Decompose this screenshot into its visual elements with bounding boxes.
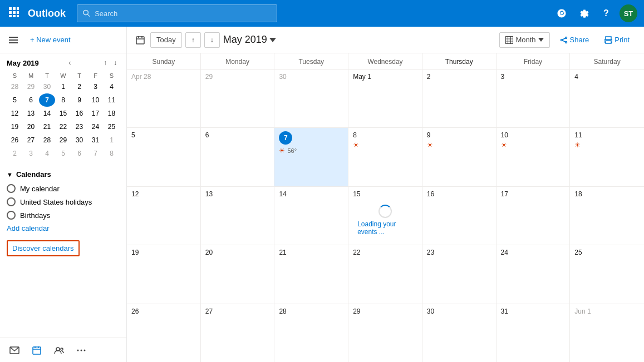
- calendar-cell[interactable]: 28: [274, 304, 348, 362]
- mini-cal-day[interactable]: 23: [71, 120, 87, 133]
- calendar-cell[interactable]: 11☀: [570, 128, 644, 186]
- calendar-cell[interactable]: 8☀: [348, 128, 422, 186]
- calendar-cell[interactable]: 21: [274, 245, 348, 303]
- mini-cal-day[interactable]: 30: [71, 133, 87, 147]
- mini-cal-day[interactable]: 20: [23, 120, 39, 133]
- mini-cal-day[interactable]: 7: [39, 93, 55, 107]
- mini-cal-day[interactable]: 28: [39, 133, 55, 147]
- calendar-cell[interactable]: 9☀: [422, 128, 496, 186]
- mini-cal-day[interactable]: 3: [23, 147, 39, 160]
- calendar-cell[interactable]: Apr 28: [127, 70, 201, 127]
- calendar-cell[interactable]: 15Loading your events ...: [348, 187, 422, 245]
- mini-cal-day[interactable]: 30: [39, 80, 55, 93]
- mini-cal-prev-button[interactable]: ↑: [101, 58, 110, 68]
- calendar-cell[interactable]: 16: [422, 187, 496, 245]
- calendar-cell[interactable]: 5: [127, 128, 201, 186]
- today-button[interactable]: Today: [150, 32, 182, 48]
- share-button[interactable]: Share: [554, 32, 595, 48]
- month-view-button[interactable]: Month: [499, 32, 549, 48]
- mini-cal-day[interactable]: 9: [71, 93, 87, 107]
- mini-cal-next-button[interactable]: ↓: [111, 58, 120, 68]
- mini-cal-day[interactable]: 14: [39, 107, 55, 120]
- calendar-cell[interactable]: 3: [496, 70, 571, 127]
- mini-cal-day[interactable]: 18: [104, 107, 120, 120]
- hamburger-menu-button[interactable]: [4, 31, 22, 49]
- mini-cal-day[interactable]: 12: [7, 107, 23, 120]
- print-button[interactable]: Print: [599, 32, 635, 48]
- avatar[interactable]: ST: [620, 4, 637, 22]
- mini-cal-day[interactable]: 31: [87, 133, 104, 147]
- calendar-cell[interactable]: 7☀56°: [274, 128, 348, 186]
- mini-cal-day[interactable]: 5: [7, 93, 23, 107]
- calendar-checkbox[interactable]: [7, 211, 16, 220]
- prev-month-button[interactable]: ↑: [185, 32, 201, 48]
- skype-icon[interactable]: [553, 4, 571, 22]
- mini-cal-day[interactable]: 29: [23, 80, 39, 93]
- mini-cal-day[interactable]: 24: [87, 120, 104, 133]
- calendar-cell[interactable]: 22: [348, 245, 422, 303]
- calendar-cell[interactable]: 29: [348, 304, 422, 362]
- calendar-cell[interactable]: 17: [496, 187, 571, 245]
- mini-cal-day[interactable]: 15: [55, 107, 71, 120]
- mini-cal-day[interactable]: 8: [104, 147, 120, 160]
- mini-cal-day[interactable]: 16: [71, 107, 87, 120]
- people-nav-icon[interactable]: [49, 340, 69, 360]
- mini-cal-day[interactable]: 4: [104, 80, 120, 93]
- mini-cal-day[interactable]: 6: [71, 147, 87, 160]
- mini-cal-day[interactable]: 2: [7, 147, 23, 160]
- mini-cal-day[interactable]: 4: [39, 147, 55, 160]
- calendar-cell[interactable]: 23: [422, 245, 496, 303]
- calendar-nav-icon[interactable]: [27, 340, 47, 360]
- more-nav-icon[interactable]: [71, 340, 91, 360]
- calendar-checkbox[interactable]: [7, 184, 16, 193]
- mini-cal-day[interactable]: 28: [7, 80, 23, 93]
- mini-cal-day[interactable]: 26: [7, 133, 23, 147]
- mini-cal-day[interactable]: 2: [71, 80, 87, 93]
- calendar-cell[interactable]: 20: [201, 245, 275, 303]
- search-input[interactable]: [95, 9, 271, 18]
- mini-cal-day[interactable]: 1: [104, 133, 120, 147]
- calendar-cell[interactable]: 18: [570, 187, 644, 245]
- calendar-cell[interactable]: 27: [201, 304, 275, 362]
- help-icon[interactable]: ?: [597, 4, 615, 22]
- next-month-button[interactable]: ↓: [204, 32, 220, 48]
- calendar-checkbox[interactable]: [7, 197, 16, 206]
- mini-cal-day[interactable]: 27: [23, 133, 39, 147]
- mini-cal-day[interactable]: 29: [55, 133, 71, 147]
- apps-grid-icon[interactable]: [7, 5, 21, 22]
- calendar-cell[interactable]: 31: [496, 304, 571, 362]
- calendar-cell[interactable]: 12: [127, 187, 201, 245]
- calendar-cell[interactable]: 6: [201, 128, 275, 186]
- calendar-cell[interactable]: 25: [570, 245, 644, 303]
- mini-cal-day[interactable]: 17: [87, 107, 104, 120]
- mini-calendar-title[interactable]: May 2019: [7, 59, 39, 67]
- calendar-cell[interactable]: 14: [274, 187, 348, 245]
- calendar-cell[interactable]: 30: [274, 70, 348, 127]
- calendar-item[interactable]: Birthdays: [7, 209, 120, 222]
- mail-nav-icon[interactable]: [4, 340, 24, 360]
- settings-icon[interactable]: [575, 4, 593, 22]
- calendar-item[interactable]: My calendar: [7, 182, 120, 195]
- mini-cal-day[interactable]: 8: [55, 93, 71, 107]
- search-bar[interactable]: [77, 4, 277, 22]
- calendar-cell[interactable]: Jun 1: [570, 304, 644, 362]
- calendar-cell[interactable]: 2: [422, 70, 496, 127]
- mini-cal-day[interactable]: 13: [23, 107, 39, 120]
- mini-cal-day[interactable]: 7: [87, 147, 104, 160]
- mini-cal-day[interactable]: 25: [104, 120, 120, 133]
- add-calendar-link[interactable]: Add calendar: [7, 222, 120, 235]
- calendars-section-header[interactable]: ▼ Calendars: [7, 167, 120, 182]
- calendar-cell[interactable]: 13: [201, 187, 275, 245]
- calendar-cell[interactable]: 10☀: [496, 128, 571, 186]
- calendar-cell[interactable]: 26: [127, 304, 201, 362]
- mini-cal-collapse-icon[interactable]: ‹: [68, 59, 71, 67]
- calendar-cell[interactable]: 4: [570, 70, 644, 127]
- mini-cal-day[interactable]: 19: [7, 120, 23, 133]
- calendar-cell[interactable]: 19: [127, 245, 201, 303]
- discover-calendars-button[interactable]: Discover calendars: [7, 240, 80, 256]
- mini-cal-day[interactable]: 11: [104, 93, 120, 107]
- mini-cal-day[interactable]: 22: [55, 120, 71, 133]
- calendar-cell[interactable]: 24: [496, 245, 571, 303]
- mini-cal-day[interactable]: 5: [55, 147, 71, 160]
- mini-cal-day[interactable]: 10: [87, 93, 104, 107]
